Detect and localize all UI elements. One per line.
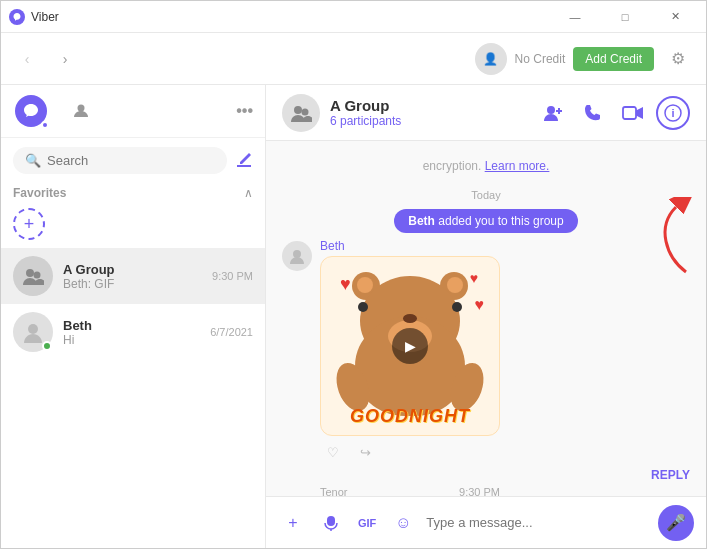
chat-input-bar: + GIF ☺ 🎤: [266, 496, 706, 548]
compose-button[interactable]: [235, 146, 253, 174]
title-text: Viber: [31, 10, 59, 24]
contact-name-beth: Beth: [63, 318, 200, 333]
svg-point-0: [78, 105, 85, 112]
chat-title-section: A Group 6 participants: [330, 97, 526, 128]
chat-header: A Group 6 participants: [266, 85, 706, 141]
contact-info-beth: Beth Hi: [63, 318, 200, 347]
search-box: 🔍: [13, 147, 227, 174]
add-favorite-button[interactable]: +: [13, 208, 45, 240]
minimize-button[interactable]: —: [552, 1, 598, 33]
voice-note-button[interactable]: [316, 508, 346, 538]
title-bar-left: Viber: [9, 9, 552, 25]
sticker-container: ♥ ♥ ♥ ▶ GOODNIGHT: [320, 256, 500, 436]
online-indicator: [42, 341, 52, 351]
svg-point-1: [26, 269, 34, 277]
system-message: Beth added you to this group: [282, 209, 690, 233]
svg-text:i: i: [671, 107, 674, 119]
message-time: 9:30 PM: [459, 486, 500, 496]
heart-2: ♥: [470, 270, 478, 286]
favorites-chevron[interactable]: ∧: [244, 186, 253, 200]
favorites-label: Favorites: [13, 186, 66, 200]
message-input[interactable]: [426, 515, 650, 530]
search-input[interactable]: [47, 153, 215, 168]
search-section: 🔍: [1, 138, 265, 182]
forward-button[interactable]: ›: [51, 45, 79, 73]
reply-link[interactable]: REPLY: [320, 468, 690, 482]
viber-logo: [9, 9, 25, 25]
sender-name: Beth: [320, 239, 690, 253]
chat-area: A Group 6 participants: [266, 85, 706, 548]
contact-time-beth: 6/7/2021: [210, 326, 253, 338]
contact-item-group[interactable]: A Group Beth: GIF 9:30 PM: [1, 248, 265, 304]
encryption-notice: encryption. Learn more.: [282, 153, 690, 181]
sidebar-icons: •••: [1, 85, 265, 138]
date-divider: Today: [282, 189, 690, 201]
more-options-button[interactable]: •••: [236, 102, 253, 120]
message-content: Beth: [320, 239, 690, 496]
like-button[interactable]: ♡: [320, 439, 346, 465]
tenor-label: Tenor: [320, 486, 348, 496]
bear-inner-ear-left: [357, 277, 373, 293]
chat-tab-dot: [41, 121, 49, 129]
attach-button[interactable]: +: [278, 508, 308, 538]
chat-group-avatar: [282, 94, 320, 132]
title-bar-controls: — □ ✕: [552, 1, 698, 33]
group-avatar: [13, 256, 53, 296]
settings-button[interactable]: ⚙: [662, 43, 694, 75]
system-message-bubble: Beth added you to this group: [394, 209, 577, 233]
bear-eye-right: [452, 302, 462, 312]
title-bar: Viber — □ ✕: [1, 1, 706, 33]
credit-section: 👤 No Credit Add Credit ⚙: [475, 43, 694, 75]
gif-button[interactable]: GIF: [354, 508, 380, 538]
video-call-button[interactable]: [616, 96, 650, 130]
bear-nose: [403, 314, 417, 323]
svg-point-2: [34, 272, 41, 279]
sidebar: ••• 🔍 Favorites ∧ +: [1, 85, 266, 548]
goodnight-text: GOODNIGHT: [350, 406, 470, 427]
tenor-time-row: Tenor 9:30 PM: [320, 486, 500, 496]
contact-item-beth[interactable]: Beth Hi 6/7/2021: [1, 304, 265, 360]
chat-tab-button[interactable]: [13, 93, 49, 129]
svg-rect-7: [623, 107, 636, 119]
beth-avatar: [13, 312, 53, 352]
no-credit-label: No Credit: [515, 52, 566, 66]
search-icon: 🔍: [25, 153, 41, 168]
maximize-button[interactable]: □: [602, 1, 648, 33]
chat-subtitle: 6 participants: [330, 114, 526, 128]
contact-list: A Group Beth: GIF 9:30 PM Beth: [1, 248, 265, 548]
add-credit-button[interactable]: Add Credit: [573, 47, 654, 71]
contacts-tab-button[interactable]: [63, 93, 99, 129]
heart-1: ♥: [340, 274, 351, 295]
message-action-row: ♡ ↪: [320, 439, 690, 465]
svg-point-4: [294, 106, 302, 114]
message-group-beth: Beth: [282, 239, 690, 496]
bear-eye-left: [358, 302, 368, 312]
favorites-section: Favorites ∧: [1, 182, 265, 204]
close-button[interactable]: ✕: [652, 1, 698, 33]
contact-preview-group: Beth: GIF: [63, 277, 202, 291]
contact-info-group: A Group Beth: GIF: [63, 262, 202, 291]
mic-button[interactable]: 🎤: [658, 505, 694, 541]
svg-point-11: [293, 250, 301, 258]
main-content: ••• 🔍 Favorites ∧ +: [1, 85, 706, 548]
system-message-text: added you to this group: [438, 214, 563, 228]
play-button[interactable]: ▶: [392, 328, 428, 364]
group-info-button[interactable]: i: [656, 96, 690, 130]
bear-inner-ear-right: [447, 277, 463, 293]
svg-point-5: [302, 108, 309, 115]
svg-point-3: [28, 324, 38, 334]
contact-name-group: A Group: [63, 262, 202, 277]
user-avatar: 👤: [475, 43, 507, 75]
chat-name: A Group: [330, 97, 526, 114]
learn-more-link[interactable]: Learn more.: [485, 159, 550, 173]
chat-actions: i: [536, 96, 690, 130]
chat-messages: encryption. Learn more. Today Beth added…: [266, 141, 706, 496]
heart-3: ♥: [475, 296, 485, 314]
add-participant-button[interactable]: [536, 96, 570, 130]
back-button[interactable]: ‹: [13, 45, 41, 73]
share-button[interactable]: ↪: [352, 439, 378, 465]
header-bar: ‹ › 👤 No Credit Add Credit ⚙: [1, 33, 706, 85]
voice-call-button[interactable]: [576, 96, 610, 130]
emoji-button[interactable]: ☺: [388, 508, 418, 538]
svg-rect-12: [327, 516, 335, 526]
